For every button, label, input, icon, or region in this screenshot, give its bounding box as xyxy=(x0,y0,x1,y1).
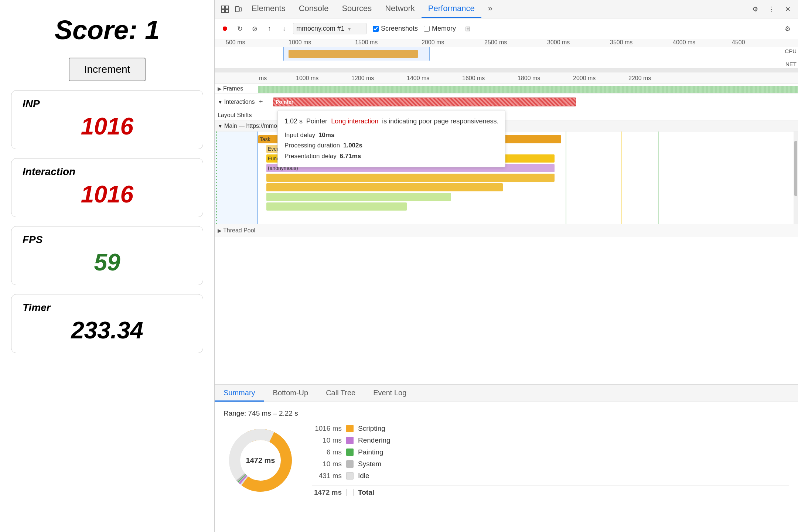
tab-more[interactable]: » xyxy=(481,0,499,18)
timeline-section: 500 ms 1000 ms 1500 ms 2000 ms 2500 ms 3… xyxy=(215,39,798,532)
system-dot xyxy=(346,460,354,468)
tab-network[interactable]: Network xyxy=(378,0,422,18)
increment-button[interactable]: Increment xyxy=(69,58,146,81)
flame-bar-7[interactable] xyxy=(266,202,407,211)
scrollbar-thumb[interactable] xyxy=(794,141,797,196)
ruler-2000: 2000 ms xyxy=(573,75,596,82)
screenshots-label: Screenshots xyxy=(381,25,418,33)
url-label: mmocny.com #1 xyxy=(296,25,345,33)
vert-line-3 xyxy=(658,132,659,224)
tab-sources[interactable]: Sources xyxy=(335,0,378,18)
rendering-dot xyxy=(346,437,354,444)
total-label: Total xyxy=(358,488,374,497)
clear-button[interactable]: ⊘ xyxy=(249,23,260,35)
timer-card: Timer 233.34 xyxy=(11,294,203,353)
rendering-label: Rendering xyxy=(358,436,391,444)
close-icon[interactable]: ✕ xyxy=(781,3,794,16)
tooltip-title: 1.02 s Pointer Long interaction is indic… xyxy=(284,116,498,127)
thread-pool-track[interactable]: ▶ Thread Pool xyxy=(215,224,798,237)
settings-icon[interactable]: ⚙ xyxy=(748,3,762,16)
tab-event-log[interactable]: Event Log xyxy=(364,385,415,402)
long-interaction-link[interactable]: Long interaction xyxy=(331,117,378,125)
flame-bar-6[interactable] xyxy=(266,193,451,201)
more-icon[interactable]: ⋮ xyxy=(765,3,778,16)
ruler-2200: 2200 ms xyxy=(628,75,651,82)
ruler-1400: 1400 ms xyxy=(407,75,429,82)
interaction-value: 1016 xyxy=(23,181,192,208)
summary-tabs: Summary Bottom-Up Call Tree Event Log xyxy=(215,385,798,402)
fps-card: FPS 59 xyxy=(11,226,203,285)
tooltip-presentation: Presentation delay 6.71ms xyxy=(284,151,498,162)
main-thread-arrow: ▼ xyxy=(218,123,223,129)
legend-idle: 431 ms Idle xyxy=(312,472,789,480)
interactions-content[interactable]: + Pointer xyxy=(258,94,798,110)
timeline-overview[interactable]: 500 ms 1000 ms 1500 ms 2000 ms 2500 ms 3… xyxy=(215,39,798,72)
range-label: Range: 745 ms – 2.22 s xyxy=(224,409,789,417)
perf-toolbar: ⏺ ↻ ⊘ ↑ ↓ mmocny.com #1 ▼ Screenshots Me… xyxy=(215,18,798,39)
tab-elements[interactable]: Elements xyxy=(245,0,292,18)
perf-settings-icon[interactable]: ⚙ xyxy=(782,23,794,35)
vert-line-1 xyxy=(566,132,566,224)
memory-checkbox[interactable] xyxy=(424,26,430,32)
devtools-panel: Elements Console Sources Network Perform… xyxy=(214,0,798,532)
scripting-label: Scripting xyxy=(358,424,385,433)
thread-pool-label: Thread Pool xyxy=(223,227,255,234)
legend-scripting: 1016 ms Scripting xyxy=(312,424,789,433)
frames-label: ▶ Frames xyxy=(215,85,258,92)
summary-left: Range: 745 ms – 2.22 s xyxy=(224,409,789,525)
record-button[interactable]: ⏺ xyxy=(219,23,231,35)
legend-system: 10 ms System xyxy=(312,460,789,468)
add-icon: + xyxy=(259,98,263,106)
svg-rect-1 xyxy=(225,6,228,9)
download-button[interactable]: ↓ xyxy=(278,23,290,35)
net-label: NET xyxy=(785,61,797,67)
legend-total: 1472 ms Total xyxy=(312,485,789,497)
left-panel: Score: 1 Increment INP 1016 Interaction … xyxy=(0,0,214,532)
tab-bottom-up[interactable]: Bottom-Up xyxy=(264,385,317,402)
tab-call-tree[interactable]: Call Tree xyxy=(317,385,364,402)
timer-value: 233.34 xyxy=(23,317,192,344)
svg-rect-3 xyxy=(225,10,228,13)
donut-chart: 1472 ms xyxy=(224,423,297,497)
tick-3500: 3500 ms xyxy=(610,39,632,46)
idle-label: Idle xyxy=(358,472,369,480)
interaction-pointer-bar[interactable]: Pointer xyxy=(273,98,576,106)
system-label: System xyxy=(358,460,381,468)
flame-bar-4[interactable] xyxy=(266,174,555,182)
tab-console[interactable]: Console xyxy=(292,0,335,18)
reload-record-button[interactable]: ↻ xyxy=(234,23,246,35)
tick-3000: 3000 ms xyxy=(547,39,570,46)
devtools-tabbar: Elements Console Sources Network Perform… xyxy=(215,0,798,18)
screenshots-toggle[interactable]: Screenshots xyxy=(373,25,418,33)
legend-rendering: 10 ms Rendering xyxy=(312,436,789,444)
tab-performance[interactable]: Performance xyxy=(422,0,481,18)
tick-500: 500 ms xyxy=(226,39,245,46)
summary-content: Range: 745 ms – 2.22 s xyxy=(215,402,798,532)
summary-panel: Summary Bottom-Up Call Tree Event Log Ra… xyxy=(215,384,798,532)
inp-card: INP 1016 xyxy=(11,90,203,149)
timer-label: Timer xyxy=(23,302,192,314)
flame-bar-5[interactable] xyxy=(266,183,503,191)
frames-content[interactable] xyxy=(258,86,798,93)
timeline-tracks: ▶ Frames ▼ Interactions + xyxy=(215,83,798,384)
main-thread-sidebar xyxy=(215,132,258,224)
tab-summary[interactable]: Summary xyxy=(215,385,264,402)
tick-4000: 4000 ms xyxy=(673,39,695,46)
total-dot xyxy=(346,489,354,496)
tick-2000: 2000 ms xyxy=(422,39,444,46)
layout-shifts-label: Layout Shifts xyxy=(215,112,258,119)
idle-dot xyxy=(346,472,354,480)
upload-button[interactable]: ↑ xyxy=(263,23,275,35)
inspect-icon[interactable] xyxy=(218,3,232,16)
pointer-label: Pointer xyxy=(276,99,293,105)
screenshots-checkbox[interactable] xyxy=(373,26,379,32)
url-selector[interactable]: mmocny.com #1 ▼ xyxy=(293,23,367,34)
memory-toggle[interactable]: Memory xyxy=(424,25,456,33)
device-toggle-icon[interactable] xyxy=(232,3,245,16)
tick-1500: 1500 ms xyxy=(355,39,378,46)
selection-overlay xyxy=(283,47,429,61)
ruler-1800: 1800 ms xyxy=(518,75,540,82)
svg-rect-2 xyxy=(222,10,225,13)
capture-icon[interactable]: ⊞ xyxy=(462,23,474,35)
frames-track: ▶ Frames xyxy=(215,83,798,94)
